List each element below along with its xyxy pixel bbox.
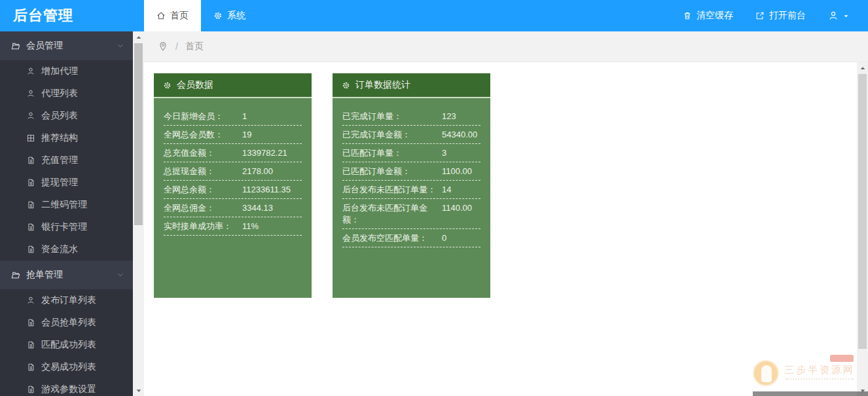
doc-icon (26, 223, 35, 232)
stat-value: 14 (442, 184, 480, 196)
sidebar-menu-item[interactable]: 银行卡管理 (0, 216, 133, 238)
stat-label: 全网总会员数： (164, 129, 242, 141)
sidebar-menu-item[interactable]: 充值管理 (0, 149, 133, 171)
trash-icon (683, 11, 692, 20)
doc-icon (26, 178, 35, 187)
stat-row: 总提现金额： 2178.00 (164, 162, 302, 181)
sidebar-menu-item[interactable]: 增加代理 (0, 60, 133, 82)
stat-value: 123 (442, 111, 480, 122)
sidebar-menu-item[interactable]: 会员列表 (0, 105, 133, 127)
folder-icon (10, 270, 20, 280)
sidebar-menu-item-label: 会员抢单列表 (41, 317, 96, 329)
caret-down-icon (842, 12, 850, 20)
sidebar-section-orders-items: 发布订单列表 会员抢单列表 匹配成功列表 交易成功列表 游戏参数设置 (0, 289, 133, 396)
sidebar-menu-item-label: 发布订单列表 (41, 295, 96, 306)
stat-value: 1140.00 (442, 202, 480, 214)
scroll-up-arrow-icon[interactable] (133, 31, 144, 43)
doc-icon (26, 245, 35, 254)
stat-row: 会员发布空匹配单量： 0 (342, 229, 480, 247)
stat-value: 11% (242, 221, 302, 232)
app-title: 后台管理 (0, 0, 144, 31)
stat-label: 全网总余额： (164, 184, 242, 196)
sidebar-nav: 会员管理 增加代理 代理列表 会员列表 推荐结构 (0, 31, 133, 396)
panel-title: 会员数据 (177, 79, 213, 91)
content-scrollbar[interactable] (857, 62, 868, 396)
stat-label: 后台发布未匹配订单量： (342, 184, 442, 196)
gear-icon (342, 81, 350, 90)
panel-order-stats-body: 已完成订单量： 123 已完成订单金额： 54340.00 已匹配订单量： 3 (333, 98, 490, 247)
doc-icon (26, 200, 35, 209)
stat-value: 0 (442, 232, 480, 244)
stat-row: 已完成订单量： 123 (342, 107, 480, 126)
open-frontend-button[interactable]: 打开前台 (755, 10, 806, 22)
user-icon (26, 67, 35, 76)
sidebar-menu-item[interactable]: 匹配成功列表 (0, 334, 133, 356)
breadcrumb-current[interactable]: 首页 (185, 41, 204, 52)
scroll-up-arrow-icon[interactable] (857, 62, 868, 73)
scroll-down-arrow-icon[interactable] (133, 385, 144, 396)
stat-row: 今日新增会员： 1 (164, 107, 302, 126)
sidebar-menu-item[interactable]: 代理列表 (0, 82, 133, 105)
doc-icon (26, 340, 35, 350)
sidebar-menu-item[interactable]: 资金流水 (0, 238, 133, 261)
clear-cache-button[interactable]: 清空缓存 (683, 10, 733, 22)
doc-icon (26, 318, 35, 327)
stat-label: 已完成订单金额： (342, 129, 442, 141)
panel-member-data-body: 今日新增会员： 1 全网总会员数： 19 总充值金额： 1339782.21 (154, 98, 312, 236)
person-icon (828, 10, 839, 21)
folder-icon (10, 41, 20, 51)
sidebar-section-orders[interactable]: 抢单管理 (0, 261, 133, 289)
tab-system[interactable]: 系统 (201, 0, 258, 31)
sidebar-section-members-items: 增加代理 代理列表 会员列表 推荐结构 充值管理 (0, 60, 133, 261)
tab-home[interactable]: 首页 (144, 0, 201, 31)
stat-value: 54340.00 (442, 129, 480, 141)
sidebar-menu-item[interactable]: 推荐结构 (0, 127, 133, 149)
stat-value: 3 (442, 147, 480, 159)
sidebar-menu-item-label: 增加代理 (41, 65, 78, 77)
sidebar-menu-item-label: 代理列表 (41, 88, 78, 99)
sidebar-scrollbar[interactable] (133, 31, 144, 396)
sidebar-menu-item-label: 充值管理 (41, 154, 78, 166)
dashboard-content: 会员数据 今日新增会员： 1 全网总会员数： 19 总充值金额： (144, 62, 857, 396)
stat-label: 会员发布空匹配单量： (342, 232, 442, 244)
stat-label: 已完成订单量： (342, 111, 442, 122)
stat-label: 今日新增会员： (164, 111, 242, 122)
stat-label: 已匹配订单金额： (342, 166, 442, 177)
stat-row: 已匹配订单金额： 1100.00 (342, 162, 480, 181)
sidebar-menu-item-label: 提现管理 (41, 177, 78, 189)
sidebar-menu-item[interactable]: 发布订单列表 (0, 289, 133, 312)
panel-order-stats: 订单数据统计 已完成订单量： 123 已完成订单金额： 54340.00 (333, 73, 490, 298)
scroll-down-arrow-icon[interactable] (857, 385, 868, 396)
sidebar-menu-item[interactable]: 提现管理 (0, 171, 133, 194)
sidebar-menu-item[interactable]: 交易成功列表 (0, 356, 133, 378)
sidebar-scrollbar-thumb[interactable] (134, 43, 143, 225)
sidebar-menu-item-label: 会员列表 (41, 110, 78, 122)
tab-system-label: 系统 (227, 10, 245, 22)
user-menu[interactable] (828, 10, 850, 21)
stat-row: 全网总会员数： 19 (164, 126, 302, 144)
clear-cache-label: 清空缓存 (696, 10, 733, 22)
external-link-icon (755, 11, 765, 20)
stat-value: 2178.00 (242, 166, 302, 177)
doc-icon (26, 385, 35, 394)
sidebar-menu-item[interactable]: 游戏参数设置 (0, 378, 133, 396)
sidebar-section-label: 会员管理 (26, 40, 63, 52)
panel-member-data-header: 会员数据 (154, 73, 312, 98)
sidebar-menu-item[interactable]: 会员抢单列表 (0, 312, 133, 334)
top-header: 后台管理 首页 系统 清空缓存 打开前台 (0, 0, 868, 31)
breadcrumb: / 首页 (144, 31, 868, 62)
doc-icon (26, 156, 35, 165)
sidebar-section-label: 抢单管理 (26, 269, 63, 281)
sidebar-menu-item-label: 资金流水 (41, 243, 78, 255)
sidebar-menu-item-label: 二维码管理 (41, 199, 87, 211)
content-scrollbar-thumb[interactable] (858, 74, 867, 349)
stat-value: 1100.00 (442, 166, 480, 177)
pin-icon (158, 41, 168, 52)
sidebar-menu-item-label: 游戏参数设置 (41, 384, 96, 395)
sidebar-menu-item-label: 银行卡管理 (41, 221, 87, 233)
sidebar-section-members[interactable]: 会员管理 (0, 31, 133, 60)
tab-home-label: 首页 (170, 10, 189, 22)
panel-title: 订单数据统计 (355, 79, 410, 91)
user-icon (26, 111, 35, 120)
sidebar-menu-item[interactable]: 二维码管理 (0, 194, 133, 216)
